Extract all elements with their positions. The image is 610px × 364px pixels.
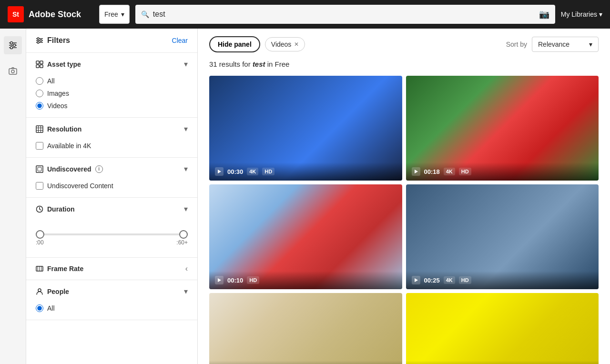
asset-type-radio-group: All Images Videos [36, 77, 188, 110]
svg-rect-24 [38, 167, 41, 171]
main-content: Hide panel Videos ✕ Sort by Relevance ▾ … [198, 29, 610, 364]
asset-type-images[interactable]: Images [36, 90, 188, 97]
asset-type-icon [36, 61, 43, 68]
undiscovered-title: Undiscovered i [36, 165, 103, 173]
asset-type-header[interactable]: Asset type ▾ [26, 53, 197, 75]
undiscovered-info-icon[interactable]: i [95, 165, 103, 173]
brand-name: Adobe Stock [29, 10, 81, 20]
resolution-section: Resolution ▾ Available in 4K [26, 118, 197, 158]
video-overlay-3: 00:10 HD [209, 271, 402, 289]
filter-tag-label: Videos [271, 40, 292, 48]
filter-icon [36, 37, 43, 44]
hide-panel-button[interactable]: Hide panel [209, 36, 260, 52]
video-play-icon [215, 276, 224, 284]
video-thumb-6[interactable]: 00:20 4K HD [406, 293, 599, 364]
camera-strip-icon[interactable] [4, 62, 22, 80]
sort-dropdown[interactable]: Relevance ▾ [532, 37, 599, 52]
filter-title: Filters [36, 36, 70, 45]
chevron-down-icon: ▾ [184, 287, 188, 296]
main-layout: Filters Clear Asset type ▾ [0, 29, 610, 364]
frame-rate-header[interactable]: Frame Rate ‹ [26, 258, 197, 280]
svg-point-5 [10, 47, 13, 49]
slider-thumb-max[interactable] [179, 230, 188, 239]
duration-header[interactable]: Duration ▾ [26, 198, 197, 220]
svg-rect-14 [36, 61, 39, 64]
badge-hd-3: HD [247, 276, 259, 284]
video-play-icon [412, 276, 420, 284]
video-duration-3: 00:10 [227, 277, 243, 284]
svg-point-13 [37, 41, 39, 43]
people-header[interactable]: People ▾ [26, 280, 197, 303]
close-icon[interactable]: ✕ [294, 41, 299, 48]
filter-panel-header: Filters Clear [26, 29, 197, 53]
svg-rect-6 [9, 69, 17, 74]
svg-rect-15 [40, 61, 43, 64]
video-thumb-4[interactable]: 00:25 4K HD [406, 184, 599, 289]
badge-hd-4: HD [459, 276, 471, 284]
resolution-content: Available in 4K [26, 140, 197, 157]
svg-point-3 [10, 42, 13, 44]
resolution-icon [36, 125, 43, 133]
chevron-down-icon: ▾ [184, 124, 188, 133]
filter-strip-icon[interactable] [4, 36, 22, 54]
video-thumb-2[interactable]: 00:18 4K HD [406, 76, 599, 181]
video-overlay-5: 00:15 HD [209, 361, 402, 364]
badge-4k-1: 4K [247, 168, 258, 175]
video-play-icon [412, 167, 420, 176]
duration-section: Duration ▾ :00 :60+ [26, 198, 197, 258]
svg-point-12 [40, 40, 42, 41]
content-toolbar: Hide panel Videos ✕ Sort by Relevance ▾ [209, 36, 599, 52]
svg-point-4 [13, 44, 16, 47]
svg-marker-36 [415, 278, 418, 282]
badge-hd-1: HD [262, 168, 274, 175]
free-dropdown[interactable]: Free ▾ [99, 5, 130, 24]
results-keyword: test [253, 60, 265, 68]
undiscovered-header[interactable]: Undiscovered i ▾ [26, 158, 197, 180]
videos-filter-tag[interactable]: Videos ✕ [265, 37, 305, 51]
people-section: People ▾ All [26, 280, 197, 320]
slider-track [36, 233, 188, 235]
svg-point-11 [37, 38, 39, 40]
resolution-title: Resolution [36, 125, 81, 133]
svg-marker-33 [218, 170, 221, 173]
camera-icon[interactable]: 📷 [539, 9, 549, 20]
people-all[interactable]: All [36, 304, 188, 312]
video-overlay-6: 00:20 4K HD [406, 361, 599, 364]
video-thumb-5[interactable]: 00:15 HD [209, 293, 402, 364]
slider-thumb-min[interactable] [36, 230, 44, 239]
badge-4k-4: 4K [444, 276, 455, 284]
sort-value: Relevance [538, 40, 569, 48]
chevron-down-icon: ▾ [589, 40, 592, 48]
undiscovered-content-checkbox[interactable]: Undiscovered Content [36, 182, 188, 190]
asset-type-videos[interactable]: Videos [36, 102, 188, 110]
duration-title: Duration [36, 205, 75, 213]
video-thumb-3[interactable]: 00:10 HD [209, 184, 402, 289]
svg-line-27 [40, 209, 41, 210]
svg-marker-35 [218, 278, 221, 282]
duration-content: :00 :60+ [26, 220, 197, 257]
available-4k-checkbox[interactable]: Available in 4K [36, 142, 188, 150]
search-icon: 🔍 [141, 10, 149, 18]
svg-rect-17 [40, 65, 43, 68]
chevron-down-icon: ▾ [184, 60, 188, 69]
my-libraries-button[interactable]: My Libraries ▾ [561, 10, 602, 18]
clear-button[interactable]: Clear [172, 37, 188, 44]
svg-marker-34 [415, 170, 418, 173]
search-input[interactable] [153, 10, 535, 19]
duration-slider[interactable]: :00 :60+ [36, 222, 188, 250]
slider-labels: :00 :60+ [36, 239, 188, 246]
video-duration-2: 00:18 [424, 168, 440, 175]
resolution-header[interactable]: Resolution ▾ [26, 118, 197, 140]
results-text: 31 results for test in Free [209, 60, 599, 68]
video-thumb-1[interactable]: 00:30 4K HD [209, 76, 402, 181]
sort-label: Sort by [506, 40, 527, 48]
video-overlay-1: 00:30 4K HD [209, 162, 402, 181]
filter-panel: Filters Clear Asset type ▾ [26, 29, 198, 364]
chevron-left-icon: ‹ [185, 264, 188, 273]
people-title: People [36, 288, 69, 295]
frame-rate-title: Frame Rate [36, 265, 83, 273]
chevron-down-icon: ▾ [184, 164, 188, 173]
sort-area: Sort by Relevance ▾ [506, 37, 599, 52]
asset-type-all[interactable]: All [36, 77, 188, 85]
chevron-down-icon: ▾ [599, 10, 602, 18]
